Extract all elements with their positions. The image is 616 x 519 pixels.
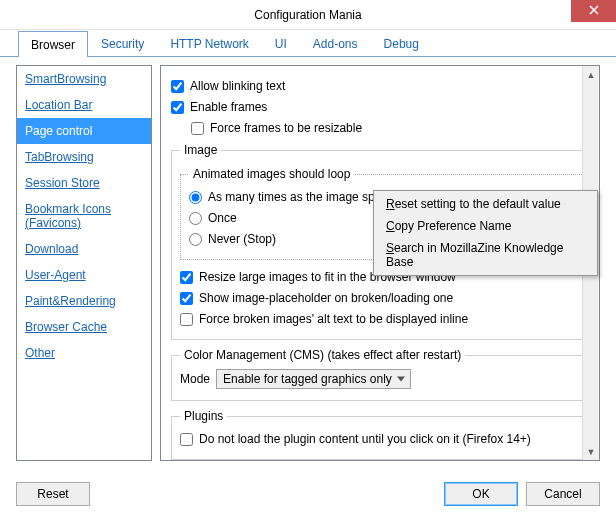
tab-browser[interactable]: Browser: [18, 31, 88, 57]
checkbox-plugin-click[interactable]: [180, 433, 193, 446]
sidebar-item-pagecontrol[interactable]: Page control: [17, 118, 151, 144]
scroll-up-icon: ▲: [583, 66, 599, 83]
tab-security[interactable]: Security: [88, 30, 157, 56]
sidebar-item-useragent[interactable]: User-Agent: [17, 262, 151, 288]
sidebar-item-sessionstore[interactable]: Session Store: [17, 170, 151, 196]
select-mode[interactable]: Enable for tagged graphics only: [216, 369, 411, 389]
label-image-placeholder: Show image-placeholder on broken/loading…: [199, 291, 453, 305]
label-loop-once: Once: [208, 211, 237, 225]
menu-search-mozillazine[interactable]: Search in MozillaZine Knowledge Base: [376, 237, 595, 273]
legend-cms: Color Management (CMS) (takes effect aft…: [180, 348, 465, 362]
label-allow-blinking: Allow blinking text: [190, 79, 285, 93]
scroll-down-icon: ▼: [583, 443, 599, 460]
sidebar-item-paintrendering[interactable]: Paint&Rendering: [17, 288, 151, 314]
reset-button[interactable]: Reset: [16, 482, 90, 506]
legend-plugins: Plugins: [180, 409, 227, 423]
legend-image: Image: [180, 143, 221, 157]
sidebar-item-locationbar[interactable]: Location Bar: [17, 92, 151, 118]
checkbox-resize-images[interactable]: [180, 271, 193, 284]
tab-ui[interactable]: UI: [262, 30, 300, 56]
tab-underline: [0, 56, 616, 57]
tabstrip: Browser Security HTTP Network UI Add-ons…: [0, 30, 616, 56]
label-plugin-click: Do not load the plugin content until you…: [199, 432, 531, 446]
tab-addons[interactable]: Add-ons: [300, 30, 371, 56]
fieldset-cms: Color Management (CMS) (takes effect aft…: [171, 348, 595, 401]
window-title: Configuration Mania: [254, 8, 361, 22]
close-icon: [589, 4, 599, 18]
radio-loop-specified[interactable]: [189, 191, 202, 204]
radio-loop-never[interactable]: [189, 233, 202, 246]
select-mode-wrap: Enable for tagged graphics only: [216, 369, 411, 389]
titlebar: Configuration Mania: [0, 0, 616, 30]
checkbox-enable-frames[interactable]: [171, 101, 184, 114]
sidebar-item-other[interactable]: Other: [17, 340, 151, 366]
context-menu: Reset setting to the default value Copy …: [373, 190, 598, 276]
checkbox-image-placeholder[interactable]: [180, 292, 193, 305]
sidebar: SmartBrowsing Location Bar Page control …: [16, 65, 152, 461]
label-enable-frames: Enable frames: [190, 100, 267, 114]
tab-http-network[interactable]: HTTP Network: [157, 30, 261, 56]
sidebar-item-smartbrowsing[interactable]: SmartBrowsing: [17, 66, 151, 92]
label-mode: Mode: [180, 372, 210, 386]
radio-loop-once[interactable]: [189, 212, 202, 225]
close-button[interactable]: [571, 0, 616, 22]
checkbox-allow-blinking[interactable]: [171, 80, 184, 93]
label-force-resizable: Force frames to be resizable: [210, 121, 362, 135]
cancel-button[interactable]: Cancel: [526, 482, 600, 506]
label-alt-inline: Force broken images' alt text to be disp…: [199, 312, 468, 326]
sidebar-item-tabbrowsing[interactable]: TabBrowsing: [17, 144, 151, 170]
menu-copy-pref-name[interactable]: Copy Preference Name: [376, 215, 595, 237]
tab-debug[interactable]: Debug: [371, 30, 432, 56]
legend-loop: Animated images should loop: [189, 167, 354, 181]
fieldset-plugins: Plugins Do not load the plugin content u…: [171, 409, 595, 460]
ok-button[interactable]: OK: [444, 482, 518, 506]
sidebar-item-download[interactable]: Download: [17, 236, 151, 262]
checkbox-force-resizable[interactable]: [191, 122, 204, 135]
sidebar-item-browsercache[interactable]: Browser Cache: [17, 314, 151, 340]
label-loop-never: Never (Stop): [208, 232, 276, 246]
footer: Reset OK Cancel: [0, 469, 616, 519]
menu-reset-default[interactable]: Reset setting to the default value: [376, 193, 595, 215]
sidebar-item-favicons[interactable]: Bookmark Icons (Favicons): [17, 196, 151, 236]
checkbox-alt-inline[interactable]: [180, 313, 193, 326]
